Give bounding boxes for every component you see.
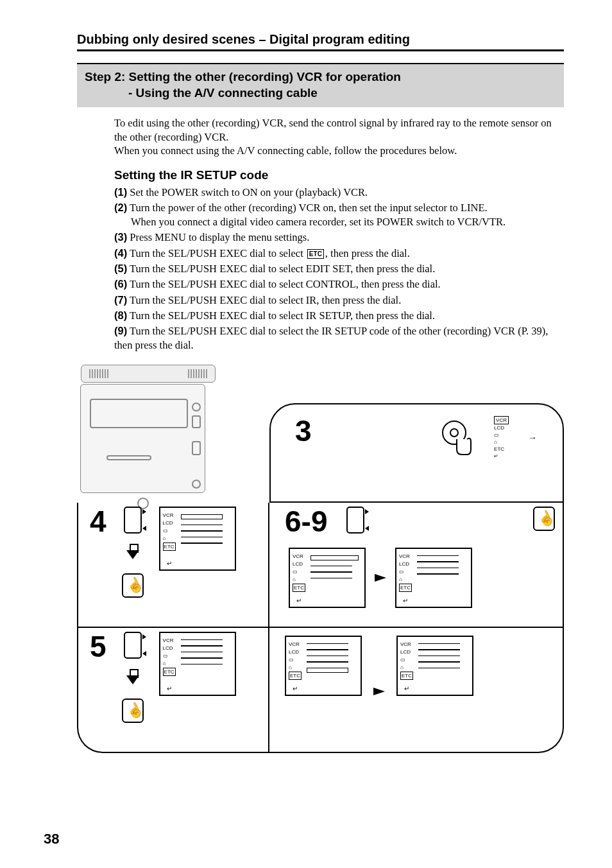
- panel-3: 3 VCR LCD ▭ ⌂ ETC ↵ →: [269, 403, 564, 503]
- step-bullet: (7): [114, 294, 127, 306]
- dial-press-icon: [439, 417, 475, 458]
- menu-lines: [310, 555, 359, 584]
- menu-tab: VCR: [399, 553, 412, 560]
- step-text: Turn the SEL/PUSH EXEC dial to select IR…: [130, 294, 401, 306]
- step-bullet: (2): [114, 202, 127, 213]
- step-text-post: , then press the dial.: [325, 247, 410, 259]
- step-text-pre: Turn the SEL/PUSH EXEC dial to select: [130, 247, 306, 259]
- arrow-right-icon: [375, 574, 386, 582]
- menu-tab: VCR: [293, 553, 305, 560]
- intro-p1: To edit using the other (recording) VCR,…: [114, 116, 564, 144]
- vent-icon: [188, 369, 207, 378]
- menu-tab: ▭: [399, 568, 412, 575]
- figure-area: 3 VCR LCD ▭ ⌂ ETC ↵ →: [77, 365, 564, 753]
- step-item: (3) Press MENU to display the menu setti…: [114, 230, 564, 245]
- step-text: Turn the SEL/PUSH EXEC dial to select IR…: [130, 309, 435, 322]
- step-bullet: (5): [114, 263, 127, 274]
- menu-tabs-display: VCR LCD ▭ ⌂ ETC ↵: [494, 416, 509, 460]
- step-item: (9) Turn the SEL/PUSH EXEC dial to selec…: [114, 324, 564, 353]
- dial-wheel-icon: [346, 507, 364, 534]
- step-text: Turn the SEL/PUSH EXEC dial to select ED…: [130, 263, 435, 275]
- step-header-line1: Step 2: Setting the other (recording) VC…: [85, 69, 556, 85]
- vcr-body: [80, 384, 205, 493]
- menu-tab: ⌂: [494, 438, 509, 446]
- menu-tab: LCD: [163, 519, 176, 526]
- step-bullet: (3): [114, 231, 127, 243]
- menu-tab: ⌂: [163, 535, 176, 542]
- menu-lines: [181, 639, 223, 670]
- step-item: (6) Turn the SEL/PUSH EXEC dial to selec…: [114, 277, 564, 291]
- menu-lines: [417, 555, 459, 580]
- menu-tab: VCR: [400, 641, 413, 648]
- panel-5-cont: VCR LCD ▭ ⌂ ETC ↵ VCR LCD ▭ ⌂: [269, 628, 564, 753]
- menu-screen: VCR LCD ▭ ⌂ ETC ↵: [159, 632, 236, 696]
- section-title: Dubbing only desired scenes – Digital pr…: [77, 32, 564, 51]
- menu-screen: VCR LCD ▭ ⌂ ETC ↵: [159, 507, 236, 571]
- menu-tab: ▭: [293, 568, 305, 575]
- step-item: (5) Turn the SEL/PUSH EXEC dial to selec…: [114, 261, 564, 276]
- menu-tab: ⌂: [400, 664, 413, 671]
- dial-wheel-icon: [124, 632, 142, 659]
- menu-tab: VCR: [494, 416, 509, 424]
- menu-tab-selected: ETC: [400, 672, 413, 680]
- press-hand-icon: [122, 573, 144, 598]
- press-hand-icon: [533, 507, 555, 531]
- menu-tab-selected: ETC: [293, 584, 305, 592]
- step-item: (7) Turn the SEL/PUSH EXEC dial to selec…: [114, 293, 564, 308]
- return-icon: ↵: [167, 685, 172, 692]
- menu-tab: VCR: [163, 512, 176, 519]
- menu-tab: ▭: [163, 527, 176, 534]
- step-bullet: (8): [114, 309, 127, 321]
- menu-lines: [181, 514, 223, 549]
- menu-screen: VCR LCD ▭ ⌂ ETC ↵: [396, 636, 473, 696]
- arrow-down-icon: [126, 550, 139, 559]
- subheading: Setting the IR SETUP code: [77, 168, 564, 182]
- menu-tab: ▭: [289, 656, 302, 663]
- step-header: Step 2: Setting the other (recording) VC…: [77, 63, 564, 107]
- menu-tab: ▭: [400, 656, 413, 663]
- menu-tab: ETC: [494, 446, 509, 453]
- figure-number-4: 4: [90, 507, 106, 536]
- panel-5: 5 VCR LCD ▭ ⌂ ETC: [77, 628, 269, 753]
- menu-screen: VCR LCD ▭ ⌂ ETC ↵: [289, 548, 366, 608]
- return-icon: ↵: [404, 685, 409, 692]
- vent-icon: [89, 369, 108, 378]
- step-bullet: (4): [114, 247, 127, 259]
- menu-tab-selected: ETC: [163, 668, 176, 676]
- step-text: Turn the SEL/PUSH EXEC dial to select th…: [114, 325, 548, 351]
- menu-tab: LCD: [494, 424, 509, 431]
- menu-tab-selected: ETC: [163, 542, 176, 551]
- svg-point-1: [450, 429, 458, 437]
- intro-p2: When you connect using the A/V connectin…: [114, 144, 564, 157]
- menu-tab: ⌂: [399, 576, 412, 583]
- menu-tab: ▭: [494, 431, 509, 438]
- menu-tab: ⌂: [293, 576, 305, 583]
- step-item: (2) Turn the power of the other (recordi…: [114, 200, 564, 230]
- return-icon: ↵: [293, 685, 298, 692]
- return-icon: ↵: [403, 597, 408, 604]
- step-text: Set the POWER switch to ON on your (play…: [130, 186, 368, 198]
- step-continuation: When you connect a digital video camera …: [114, 215, 564, 229]
- arrow-right-icon: →: [528, 433, 537, 443]
- dial-wheel-icon: [124, 507, 142, 534]
- dial-column: [122, 632, 144, 723]
- menu-screen: VCR LCD ▭ ⌂ ETC ↵: [395, 548, 472, 608]
- menu-tab: LCD: [400, 648, 413, 655]
- steps-list: (1) Set the POWER switch to ON on your (…: [77, 185, 564, 353]
- etc-icon: ETC: [307, 249, 324, 259]
- panel-6-9: 6-9 VCR LCD ▭ ⌂ ETC: [269, 503, 564, 628]
- menu-tab: LCD: [163, 645, 176, 652]
- vcr-top: [81, 365, 216, 383]
- return-icon: ↵: [296, 597, 302, 604]
- step-item: (4) Turn the SEL/PUSH EXEC dial to selec…: [114, 246, 564, 261]
- menu-tab: LCD: [289, 648, 302, 655]
- menu-tab: LCD: [293, 560, 305, 568]
- arrow-right-icon: [373, 688, 385, 695]
- return-icon: ↵: [494, 453, 509, 460]
- figure-number-3: 3: [295, 416, 312, 446]
- panel-4: 4 VCR LCD ▭ ⌂ ETC: [77, 503, 269, 628]
- figure-number-6-9: 6-9: [285, 507, 327, 536]
- menu-tab: ⌂: [163, 660, 176, 667]
- step-text: Turn the SEL/PUSH EXEC dial to select CO…: [130, 278, 441, 290]
- page-number: 38: [44, 831, 59, 847]
